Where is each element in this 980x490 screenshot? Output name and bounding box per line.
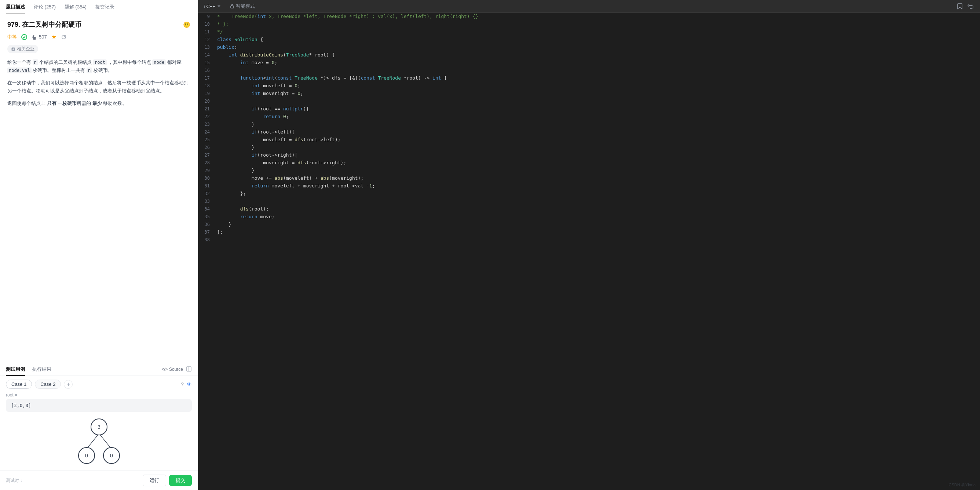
case-bar: Case 1 Case 2 + ? 👁 — [0, 376, 198, 393]
help-icon[interactable]: ? — [181, 382, 184, 387]
language-label: C++ — [206, 4, 215, 9]
input-label: root = — [0, 393, 198, 399]
code-line: 22 return 0; — [198, 113, 980, 121]
line-number: 35 — [198, 213, 214, 220]
line-content: int moveright = 0; — [214, 90, 980, 97]
line-number: 34 — [198, 205, 214, 213]
line-number: 32 — [198, 190, 214, 197]
test-label: 测试时： — [6, 477, 24, 484]
tab-solutions[interactable]: 题解 (354) — [65, 0, 87, 14]
code-nodeval: node.val — [7, 67, 32, 73]
svg-text:0: 0 — [110, 453, 113, 458]
add-case-btn[interactable]: + — [64, 380, 73, 389]
line-content: if(root->left){ — [214, 128, 980, 136]
problem-title-text: 979. 在二叉树中分配硬币 — [7, 20, 81, 29]
case-help: ? 👁 — [181, 382, 192, 387]
refresh-icon[interactable] — [61, 34, 67, 40]
language-selector[interactable]: i C++ — [204, 4, 221, 9]
bookmark-icon[interactable] — [956, 3, 963, 10]
code-editor[interactable]: 9* TreeNode(int x, TreeNode *left, TreeN… — [198, 13, 980, 490]
line-number: 11 — [198, 28, 214, 36]
line-number: 38 — [198, 236, 214, 243]
code-line: 30 move += abs(moveleft) + abs(moveright… — [198, 175, 980, 182]
problem-title-row: 979. 在二叉树中分配硬币 🙂 — [7, 20, 190, 29]
line-number: 9 — [198, 13, 214, 20]
line-content: int moveleft = 0; — [214, 82, 980, 90]
code-line: 19 int moveright = 0; — [198, 90, 980, 97]
input-value[interactable]: [3,0,0] — [6, 399, 192, 412]
code-line: 23 } — [198, 121, 980, 128]
code-node: node — [152, 59, 166, 65]
line-content: return move; — [214, 213, 980, 221]
case-2-btn[interactable]: Case 2 — [35, 380, 61, 389]
code-line: 9* TreeNode(int x, TreeNode *left, TreeN… — [198, 13, 980, 21]
code-line: 26 } — [198, 144, 980, 151]
tab-submissions[interactable]: 提交记录 — [95, 0, 115, 14]
tab-comments[interactable]: 评论 (257) — [34, 0, 56, 14]
likes-count: 507 — [39, 34, 47, 40]
svg-line-7 — [99, 434, 111, 449]
line-number: 26 — [198, 144, 214, 151]
smart-mode[interactable]: 智能模式 — [230, 3, 255, 10]
case-1-btn[interactable]: Case 1 — [6, 380, 32, 389]
line-content: int move = 0; — [214, 59, 980, 67]
line-number: 18 — [198, 82, 214, 89]
tab-test-cases[interactable]: 测试用例 — [6, 363, 25, 375]
right-panel: i C++ 智能模式 9* TreeNode(int x, TreeNode *… — [198, 0, 980, 490]
line-number: 30 — [198, 175, 214, 182]
code-line: 34 dfs(root); — [198, 205, 980, 213]
problem-tabs: 题目描述 评论 (257) 题解 (354) 提交记录 — [0, 0, 198, 14]
tree-svg: 3 0 0 — [70, 417, 128, 465]
company-tag-label: 相关企业 — [17, 46, 35, 52]
line-content: return moveleft + moveright + root->val … — [214, 182, 980, 190]
tab-description[interactable]: 题目描述 — [6, 0, 25, 14]
expand-icon[interactable] — [186, 366, 192, 373]
line-content: } — [214, 121, 980, 128]
source-icon[interactable]: </> Source — [161, 367, 183, 372]
code-line: 13public: — [198, 44, 980, 51]
line-number: 13 — [198, 44, 214, 51]
svg-text:3: 3 — [97, 424, 100, 430]
code-line: 37}; — [198, 229, 980, 236]
code-line: 15 int move = 0; — [198, 59, 980, 67]
line-content: class Solution { — [214, 36, 980, 44]
line-content: moveleft = dfs(root->left); — [214, 136, 980, 144]
line-number: 12 — [198, 36, 214, 43]
difficulty-badge: 中等 — [7, 34, 17, 40]
code-line: 28 moveright = dfs(root->right); — [198, 159, 980, 167]
line-number: 27 — [198, 151, 214, 159]
submit-button[interactable]: 提交 — [169, 475, 192, 486]
line-content: if(root->right){ — [214, 151, 980, 159]
code-line: 31 return moveleft + moveright + root->v… — [198, 182, 980, 190]
line-number: 36 — [198, 221, 214, 228]
emoji-icon: 🙂 — [183, 21, 190, 28]
star-icon[interactable]: ★ — [51, 33, 56, 40]
problem-meta: 中等 507 ★ — [7, 33, 190, 40]
eye-icon[interactable]: 👁 — [187, 382, 192, 387]
highlight-min: 最少 — [92, 100, 102, 106]
code-line: 14 int distributeCoins(TreeNode* root) { — [198, 51, 980, 59]
undo-icon[interactable] — [967, 3, 974, 10]
problem-desc-1: 给你一个有 n 个结点的二叉树的根结点 root ，其中树中每个结点 node … — [7, 58, 190, 75]
line-number: 21 — [198, 105, 214, 113]
line-content: * TreeNode(int x, TreeNode *left, TreeNo… — [214, 13, 980, 21]
problem-content: 979. 在二叉树中分配硬币 🙂 中等 507 ★ 相关企业 给你一个有 n 个… — [0, 14, 198, 363]
code-line: 25 moveleft = dfs(root->left); — [198, 136, 980, 144]
code-line: 12class Solution { — [198, 36, 980, 44]
line-number: 31 — [198, 182, 214, 189]
line-content: * }; — [214, 21, 980, 28]
watermark: CSDN @Yloria — [948, 483, 975, 487]
tab-run-result[interactable]: 执行结果 — [32, 363, 51, 375]
line-number: 22 — [198, 113, 214, 120]
svg-rect-14 — [231, 6, 234, 8]
company-tag[interactable]: 相关企业 — [7, 45, 38, 53]
line-number: 19 — [198, 90, 214, 97]
line-number: 17 — [198, 75, 214, 82]
run-button[interactable]: 运行 — [143, 475, 166, 486]
code-line: 17 function<int(const TreeNode *)> dfs =… — [198, 75, 980, 82]
code-line: 32 }; — [198, 190, 980, 198]
test-actions: </> Source — [161, 366, 192, 373]
likes-icon: 507 — [32, 34, 47, 40]
svg-text:0: 0 — [85, 453, 88, 458]
code-line: 11*/ — [198, 28, 980, 36]
